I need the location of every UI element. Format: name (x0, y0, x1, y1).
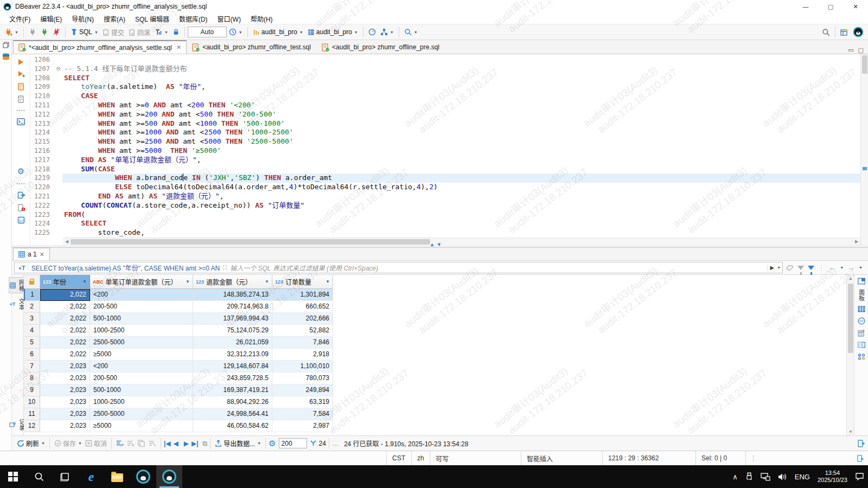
sql-editor-button[interactable]: SQL ▼ (68, 27, 100, 37)
minimize-view-icon[interactable]: ▭ (848, 47, 853, 54)
toolbar-search-button[interactable]: ▼ (402, 27, 420, 37)
taskbar-search-icon[interactable] (26, 465, 52, 488)
table-cell[interactable]: 660,652 (272, 301, 333, 313)
output-console-icon[interactable]: (ω) (17, 216, 25, 224)
settings-gear-icon[interactable]: ⚙ (17, 166, 24, 176)
lock-icon[interactable] (170, 27, 182, 37)
table-cell[interactable]: 75,124,075.29 (193, 325, 272, 337)
database-navigator-icon[interactable] (2, 53, 10, 61)
commit-button[interactable]: 提交 (100, 26, 126, 38)
terminal-icon[interactable] (17, 118, 25, 125)
grid-vertical-scrollbar[interactable]: ▲ ▼ (846, 275, 854, 435)
table-cell[interactable]: ≥5000 (90, 349, 193, 361)
delete-row-icon[interactable] (147, 439, 158, 448)
transfer-icon[interactable] (857, 440, 865, 447)
close-icon[interactable]: ✕ (40, 251, 44, 258)
panel-layout-icon[interactable] (858, 341, 865, 349)
tray-chevron-icon[interactable]: ∧ (729, 465, 742, 488)
editor-tab-0[interactable]: *<audit_bi_pro> zhumr_offline_analysis_s… (13, 40, 187, 54)
table-cell[interactable]: 2,023 (40, 384, 90, 396)
cluster-icon[interactable]: ▼ (378, 27, 396, 37)
editor-results-sash[interactable]: ▲▼ (12, 245, 868, 247)
connection-selector[interactable]: audit_bi_pro ▼ (251, 27, 305, 37)
editor-horizontal-scrollbar[interactable]: ◀▶ (63, 237, 860, 245)
menu-item-0[interactable]: 文件(F) (4, 13, 35, 24)
dbeaver-perspective-icon[interactable] (851, 25, 866, 39)
editor-tab-2[interactable]: <audit_bi_pro> zhumr_offline_pre.sql (316, 40, 445, 54)
table-cell[interactable]: 2,022 (40, 301, 90, 313)
row-number[interactable]: 8 (24, 373, 40, 384)
close-icon[interactable]: ✕ (176, 44, 181, 51)
table-cell[interactable]: 2,023 (40, 373, 90, 384)
table-row[interactable]: 62,022≥500032,312,213.092,918 (24, 349, 846, 361)
row-number[interactable]: 2 (24, 301, 40, 313)
search-icon[interactable] (820, 27, 832, 38)
value-grid-icon[interactable] (858, 305, 865, 313)
close-button[interactable]: ✕ (843, 0, 868, 13)
heartbeat-icon[interactable] (857, 451, 868, 465)
maximize-button[interactable]: ▢ (818, 0, 843, 13)
fetch-all-icon[interactable] (310, 440, 317, 447)
open-perspective-icon[interactable] (838, 27, 851, 38)
table-cell[interactable]: ≥5000 (90, 420, 193, 432)
menu-item-5[interactable]: 数据库(D) (174, 13, 213, 24)
row-number[interactable]: 4 (24, 325, 40, 337)
table-row[interactable]: 22,022200-500209,714,963.8660,652 (24, 301, 846, 313)
table-cell[interactable]: 249,894 (272, 384, 333, 396)
table-cell[interactable]: 63,319 (272, 396, 333, 408)
table-cell[interactable]: 1,301,894 (272, 289, 333, 301)
last-row-button[interactable]: ▶| (192, 440, 199, 447)
file-explorer-icon[interactable] (104, 465, 130, 488)
table-cell[interactable]: 46,050,584.62 (193, 420, 272, 432)
save-button[interactable]: 保存▼ (53, 438, 84, 449)
column-header-0[interactable]: 123年份▼ (40, 275, 90, 289)
disconnect-button[interactable] (50, 27, 62, 37)
back-arrow-icon[interactable]: ← (828, 264, 835, 272)
execute-statement-icon[interactable] (17, 59, 24, 66)
fetch-size-input[interactable]: 200 (279, 438, 307, 448)
table-cell[interactable]: 1,100,010 (272, 361, 333, 373)
erase-filter-icon[interactable] (786, 265, 794, 271)
metadata-icon[interactable] (858, 317, 865, 325)
value-viewer-icon[interactable] (858, 277, 865, 285)
action-center-icon[interactable] (851, 465, 868, 488)
new-connection-button[interactable]: ▼ (2, 27, 21, 38)
zoom-buttons-icon[interactable] (858, 353, 865, 361)
table-cell[interactable]: 32,312,213.09 (193, 349, 272, 361)
table-cell[interactable]: 200-500 (90, 373, 193, 384)
table-cell[interactable]: 2,022 (40, 313, 90, 325)
table-cell[interactable]: 2,022 (40, 349, 90, 361)
chevron-down-icon[interactable]: ▼ (777, 266, 781, 269)
editor-vertical-scrollbar[interactable] (860, 54, 868, 245)
table-cell[interactable]: 88,904,292.26 (193, 396, 272, 408)
filter-input[interactable]: «T SELECT toYear(a.saletime) AS "年份", CA… (14, 262, 783, 273)
row-number[interactable]: 9 (24, 384, 40, 396)
table-cell[interactable]: 2,023 (40, 361, 90, 373)
table-cell[interactable]: 202,666 (272, 313, 333, 325)
table-cell[interactable]: 24,998,564.41 (193, 408, 272, 420)
table-cell[interactable]: 500-1000 (90, 384, 193, 396)
more-icon[interactable]: … (332, 440, 339, 447)
table-cell[interactable]: 129,148,607.84 (193, 361, 272, 373)
connect-button[interactable] (27, 27, 39, 37)
export-data-button[interactable]: 导出数据...▼ (213, 438, 263, 449)
dbeaver-taskbar-icon[interactable] (130, 465, 156, 488)
table-cell[interactable]: 200-500 (90, 301, 193, 313)
menu-item-4[interactable]: SQL 编辑器 (130, 13, 174, 24)
table-cell[interactable]: 2,023 (40, 396, 90, 408)
table-cell[interactable]: 243,859,728.5 (193, 373, 272, 384)
network-icon[interactable] (757, 465, 774, 488)
menu-item-6[interactable]: 窗口(W) (213, 13, 246, 24)
edit-cell-icon[interactable] (114, 439, 125, 448)
explain-plan-icon[interactable] (17, 95, 25, 103)
refresh-button[interactable]: 刷新▼ (15, 438, 47, 449)
minimize-button[interactable]: — (793, 0, 818, 13)
first-row-button[interactable]: |◀ (164, 440, 171, 447)
result-tab[interactable]: a 1 ✕ (13, 248, 50, 260)
table-cell[interactable]: 148,385,274.13 (193, 289, 272, 301)
forward-arrow-icon[interactable]: → (847, 264, 854, 272)
apply-filter-icon[interactable]: ▶ (770, 265, 774, 271)
transaction-log-button[interactable]: ▼ (227, 27, 245, 37)
table-cell[interactable]: 780,073 (272, 373, 333, 384)
menu-item-2[interactable]: 导航(N) (67, 13, 99, 24)
